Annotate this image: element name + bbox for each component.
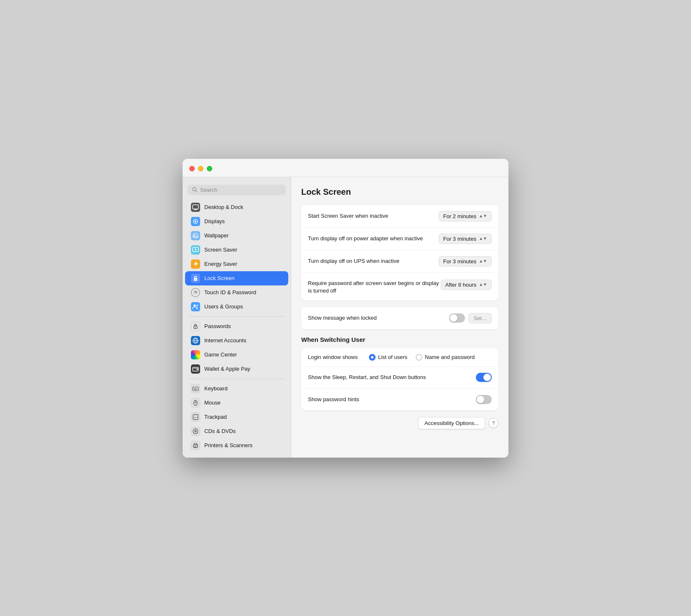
sidebar-item-touch-id[interactable]: Touch ID & Password (185, 285, 288, 300)
sidebar-item-label: Energy Saver (204, 261, 237, 267)
bottom-actions: Accessibility Options... ? (301, 417, 498, 429)
sidebar-item-mouse[interactable]: Mouse (185, 396, 288, 410)
start-screen-saver-dropdown[interactable]: For 2 minutes ▲▼ (439, 211, 492, 221)
trackpad-icon (191, 412, 200, 422)
svg-point-15 (196, 305, 198, 306)
svg-line-1 (196, 191, 197, 192)
sidebar-item-game-center[interactable]: Game Center (185, 348, 288, 362)
keyboard-icon (191, 384, 200, 393)
sidebar-item-label: Passwords (204, 323, 231, 329)
show-message-label: Show message when locked (308, 314, 449, 322)
search-icon (192, 187, 198, 193)
screensaver-icon (191, 245, 200, 255)
display-adapter-value: For 3 minutes (443, 236, 476, 242)
radio-name-password[interactable] (416, 354, 422, 361)
toggle-knob (483, 374, 491, 381)
sidebar-item-displays[interactable]: Displays (185, 214, 288, 229)
sidebar-item-wallet[interactable]: Wallet & Apple Pay (185, 362, 288, 376)
sidebar-divider-2 (188, 379, 285, 379)
sidebar-item-label: Displays (204, 218, 225, 224)
sidebar-item-label: Game Center (204, 351, 237, 358)
sidebar-item-label: Users & Groups (204, 303, 243, 310)
passwords-icon (191, 322, 200, 331)
dropdown-arrows-icon: ▲▼ (479, 283, 487, 286)
svg-point-6 (193, 233, 198, 238)
display-adapter-control: For 3 minutes ▲▼ (439, 234, 492, 244)
start-screen-saver-row: Start Screen Saver when inactive For 2 m… (301, 205, 498, 228)
svg-rect-25 (195, 388, 196, 389)
require-password-label: Require password after screen saver begi… (308, 279, 441, 295)
sidebar-item-energy-saver[interactable]: Energy Saver (185, 257, 288, 271)
start-screen-saver-value: For 2 minutes (443, 213, 476, 219)
sleep-restart-toggle[interactable] (476, 373, 492, 382)
password-hints-row: Show password hints (301, 389, 498, 410)
display-ups-value: For 3 minutes (443, 258, 476, 265)
radio-list-users[interactable] (369, 354, 376, 361)
svg-point-9 (195, 249, 196, 250)
page-title: Lock Screen (301, 187, 498, 197)
require-password-control: After 8 hours ▲▼ (441, 279, 492, 290)
sidebar-item-keyboard[interactable]: Keyboard (185, 382, 288, 396)
wallpaper-icon (191, 231, 200, 240)
require-password-dropdown[interactable]: After 8 hours ▲▼ (441, 280, 492, 290)
lockscreen-icon (191, 274, 200, 283)
sidebar-item-screen-saver[interactable]: Screen Saver (185, 243, 288, 257)
display-adapter-row: Turn display off on power adapter when i… (301, 228, 498, 250)
sidebar-item-internet-accounts[interactable]: Internet Accounts (185, 333, 288, 348)
sidebar-item-printers[interactable]: Printers & Scanners (185, 438, 288, 453)
show-message-toggle[interactable] (449, 313, 465, 323)
search-box[interactable] (188, 185, 286, 195)
display-adapter-dropdown[interactable]: For 3 minutes ▲▼ (439, 234, 492, 244)
titlebar (183, 159, 508, 177)
minimize-button[interactable] (198, 166, 203, 171)
sidebar-divider-1 (188, 316, 285, 317)
show-message-card: Show message when locked Set... (301, 307, 498, 329)
close-button[interactable] (189, 166, 195, 171)
display-ups-dropdown[interactable]: For 3 minutes ▲▼ (439, 256, 492, 267)
login-window-row: Login window shows List of users Name an… (301, 348, 498, 367)
sidebar-item-label: Mouse (204, 400, 221, 406)
internet-icon (191, 336, 200, 345)
sidebar-item-cds-dvds[interactable]: CDs & DVDs (185, 424, 288, 438)
svg-point-17 (195, 327, 196, 328)
sidebar-item-label: Wallpaper (204, 232, 229, 239)
sidebar-item-label: Lock Screen (204, 275, 234, 281)
set-message-button[interactable]: Set... (468, 313, 492, 323)
sleep-restart-control (476, 373, 492, 382)
help-button[interactable]: ? (488, 418, 498, 428)
sidebar-item-label: Keyboard (204, 385, 228, 392)
printers-icon (191, 441, 200, 450)
wallet-icon (191, 364, 200, 374)
maximize-button[interactable] (207, 166, 212, 171)
accessibility-options-button[interactable]: Accessibility Options... (418, 417, 485, 429)
screen-saver-settings-card: Start Screen Saver when inactive For 2 m… (301, 205, 498, 300)
main-window: Desktop & Dock Displays Wallpaper (183, 159, 508, 458)
radio-list-users-label: List of users (378, 354, 407, 360)
sidebar-item-trackpad[interactable]: Trackpad (185, 410, 288, 424)
sidebar-item-label: CDs & DVDs (204, 428, 236, 434)
sidebar-item-desktop-dock[interactable]: Desktop & Dock (185, 200, 288, 214)
sidebar-item-wallpaper[interactable]: Wallpaper (185, 229, 288, 243)
radio-option-name-password[interactable]: Name and password (416, 354, 475, 361)
display-ups-control: For 3 minutes ▲▼ (439, 256, 492, 267)
radio-option-list-users[interactable]: List of users (369, 354, 407, 361)
svg-rect-2 (193, 205, 198, 209)
svg-point-14 (194, 304, 196, 306)
sidebar-item-label: Wallet & Apple Pay (204, 366, 250, 372)
sidebar-item-label: Desktop & Dock (204, 204, 243, 210)
desktop-dock-icon (191, 203, 200, 212)
traffic-lights (189, 166, 212, 171)
sidebar-item-passwords[interactable]: Passwords (185, 319, 288, 333)
radio-name-password-label: Name and password (425, 354, 475, 360)
svg-rect-23 (193, 387, 198, 391)
search-input[interactable] (200, 187, 282, 193)
svg-rect-27 (194, 389, 197, 390)
show-message-control: Set... (449, 313, 492, 323)
password-hints-toggle[interactable] (476, 395, 492, 404)
require-password-value: After 8 hours (445, 282, 476, 288)
require-password-row: Require password after screen saver begi… (301, 273, 498, 300)
password-hints-label: Show password hints (308, 396, 476, 403)
svg-rect-24 (193, 388, 194, 389)
sidebar-item-users-groups[interactable]: Users & Groups (185, 300, 288, 314)
sidebar-item-lock-screen[interactable]: Lock Screen (185, 271, 288, 285)
